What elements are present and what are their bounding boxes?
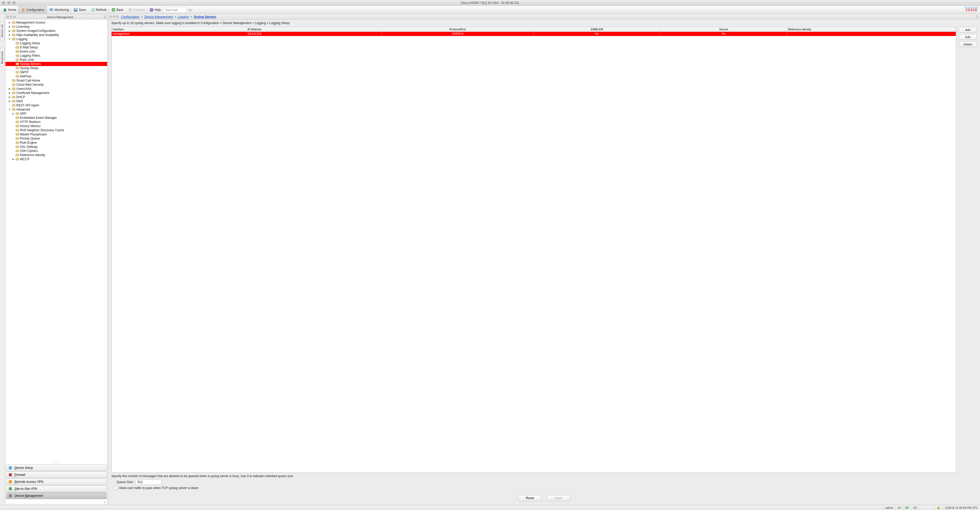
disclosure-icon[interactable]: ▶ bbox=[8, 100, 11, 103]
tree-node-icon bbox=[15, 120, 19, 124]
tree-item[interactable]: Syslog Setup bbox=[5, 66, 107, 70]
nav-icon bbox=[8, 466, 13, 470]
tree-item[interactable]: Embedded Event Manager bbox=[5, 116, 107, 120]
tree-item-label: Cloud Web Security bbox=[16, 83, 44, 86]
nav-button[interactable]: Device Management bbox=[6, 493, 107, 499]
tree-item[interactable]: Smart Call-Home bbox=[5, 78, 107, 83]
tree-item[interactable]: ▶ARP bbox=[5, 111, 107, 116]
svg-rect-49 bbox=[905, 507, 908, 509]
disclosure-icon[interactable]: ▶ bbox=[8, 33, 11, 36]
tree-item[interactable]: ▶Licensing bbox=[5, 25, 107, 29]
disclosure-icon[interactable]: ▶ bbox=[8, 25, 11, 28]
expand-button[interactable]: » bbox=[5, 500, 107, 504]
nav-button[interactable]: Firewall bbox=[6, 472, 107, 478]
tree-node-icon bbox=[12, 33, 16, 37]
column-header[interactable]: Reference Identity bbox=[787, 27, 956, 32]
tree-item[interactable]: NetFlow bbox=[5, 74, 107, 78]
tree-item[interactable]: HTTP Redirect bbox=[5, 120, 107, 124]
disclosure-icon[interactable]: ▶ bbox=[8, 96, 11, 99]
nav-button[interactable]: Device Setup bbox=[6, 464, 107, 471]
monitoring-button[interactable]: Monitoring bbox=[47, 6, 71, 13]
column-header[interactable]: Interface bbox=[111, 27, 247, 32]
splitter[interactable]: ┄┄┄ bbox=[5, 462, 107, 464]
tree-node-icon bbox=[15, 153, 19, 157]
table-body[interactable]: management10.0.0.216UDP/514NoNo bbox=[111, 32, 956, 472]
tree-item[interactable]: Logging Setup bbox=[5, 41, 107, 45]
tree-item[interactable]: SSH Ciphers bbox=[5, 149, 107, 153]
tree-item[interactable]: ▼Advanced bbox=[5, 107, 107, 111]
column-header[interactable]: Protocol/Port bbox=[382, 27, 534, 32]
add-button[interactable]: Add bbox=[959, 27, 977, 33]
tree-item[interactable]: History Metrics bbox=[5, 124, 107, 128]
tree-item[interactable]: Rate Limit bbox=[5, 58, 107, 62]
breadcrumb-help-icon[interactable]: ☐ bbox=[976, 15, 979, 19]
monitor-icon bbox=[49, 8, 53, 12]
disclosure-icon[interactable]: ▶ bbox=[8, 30, 11, 32]
disclosure-icon[interactable]: ▼ bbox=[8, 38, 11, 40]
tree-item[interactable]: Master Passphrase bbox=[5, 132, 107, 137]
left-panel: Device Management ☰ ▶Management Access▶L… bbox=[5, 14, 108, 505]
tree-item-label: ARP bbox=[20, 112, 26, 116]
tree-item[interactable]: ▶DHCP bbox=[5, 95, 107, 99]
tree-item[interactable]: REST API Agent bbox=[5, 103, 107, 107]
nav-tree[interactable]: ▶Management Access▶Licensing▶System Imag… bbox=[5, 19, 107, 462]
bc-configuration[interactable]: Configuration bbox=[121, 15, 139, 19]
search-input[interactable] bbox=[163, 7, 186, 13]
tree-node-icon bbox=[12, 103, 16, 107]
tree-item[interactable]: ▼Logging bbox=[5, 37, 107, 41]
forward-button[interactable]: Forward bbox=[126, 6, 147, 13]
device-list-tab[interactable]: Device List bbox=[0, 22, 5, 40]
syslog-table[interactable]: InterfaceIP AddressProtocol/PortEMBLEMSe… bbox=[111, 27, 956, 473]
disclosure-icon[interactable]: ▶ bbox=[8, 21, 11, 24]
go-button[interactable]: Go bbox=[186, 8, 194, 11]
back-button[interactable]: Back bbox=[109, 6, 126, 13]
tree-item[interactable]: Syslog Servers bbox=[5, 62, 107, 66]
tree-item[interactable]: ▶System Image/Configuration bbox=[5, 29, 107, 33]
allow-traffic-checkbox[interactable] bbox=[113, 486, 117, 490]
bc-logging[interactable]: Logging bbox=[178, 15, 189, 19]
column-header[interactable]: IP Address bbox=[247, 27, 382, 32]
tree-item[interactable]: Priority Queue bbox=[5, 137, 107, 141]
tree-item[interactable]: Event Lists bbox=[5, 49, 107, 54]
disclosure-icon[interactable]: ▶ bbox=[8, 92, 11, 94]
bookmarks-tab[interactable]: Bookmarks bbox=[0, 48, 5, 67]
disclosure-icon[interactable]: ▼ bbox=[8, 108, 11, 111]
tree-item[interactable]: Cloud Web Security bbox=[5, 83, 107, 87]
tree-item[interactable]: Logging Filters bbox=[5, 54, 107, 58]
delete-button[interactable]: Delete bbox=[959, 41, 977, 47]
disclosure-icon[interactable]: ▶ bbox=[12, 158, 15, 160]
tree-item[interactable]: SSL Settings bbox=[5, 145, 107, 149]
tree-item[interactable]: ▶High Availability and Scalability bbox=[5, 33, 107, 37]
reset-button[interactable]: Reset bbox=[518, 495, 541, 501]
queue-size-input[interactable] bbox=[136, 480, 162, 485]
disclosure-icon[interactable]: ▶ bbox=[12, 112, 15, 115]
tree-item[interactable]: IPv6 Neighbor Discovery Cache bbox=[5, 128, 107, 132]
tree-item[interactable]: ▶Users/AAA bbox=[5, 87, 107, 91]
table-row[interactable]: management10.0.0.216UDP/514NoNo bbox=[111, 32, 956, 36]
tree-item[interactable]: ▶WCCP bbox=[5, 157, 107, 161]
tree-node-icon bbox=[12, 87, 16, 91]
tree-item[interactable]: ▶DNS bbox=[5, 99, 107, 103]
configuration-button[interactable]: Configuration bbox=[19, 6, 47, 13]
column-header[interactable]: Secure bbox=[660, 27, 787, 32]
tree-item[interactable]: E-Mail Setup bbox=[5, 45, 107, 49]
save-button[interactable]: Save bbox=[71, 6, 88, 13]
bc-device-management[interactable]: Device Management bbox=[144, 15, 173, 19]
edit-button[interactable]: Edit bbox=[959, 34, 977, 40]
tree-item[interactable]: SMTP bbox=[5, 70, 107, 74]
tree-node-icon bbox=[15, 124, 19, 128]
status-user: admin bbox=[883, 505, 895, 510]
apply-button[interactable]: Apply bbox=[547, 495, 570, 501]
nav-button[interactable]: Remote Access VPN bbox=[6, 478, 107, 485]
column-header[interactable]: EMBLEM bbox=[534, 27, 660, 32]
tree-item[interactable]: ▶Management Access bbox=[5, 21, 107, 25]
help-button[interactable]: ? Help bbox=[147, 6, 164, 13]
refresh-button[interactable]: Refresh bbox=[88, 6, 109, 13]
panel-menu-icon[interactable]: ☰ bbox=[103, 15, 106, 19]
tree-item[interactable]: Rule Engine bbox=[5, 141, 107, 145]
disclosure-icon[interactable]: ▶ bbox=[8, 87, 11, 90]
nav-button[interactable]: Site-to-Site VPN bbox=[6, 485, 107, 492]
home-button[interactable]: Home bbox=[0, 6, 19, 13]
tree-item[interactable]: Reference Identity bbox=[5, 153, 107, 157]
tree-item[interactable]: ▶Certificate Management bbox=[5, 91, 107, 95]
